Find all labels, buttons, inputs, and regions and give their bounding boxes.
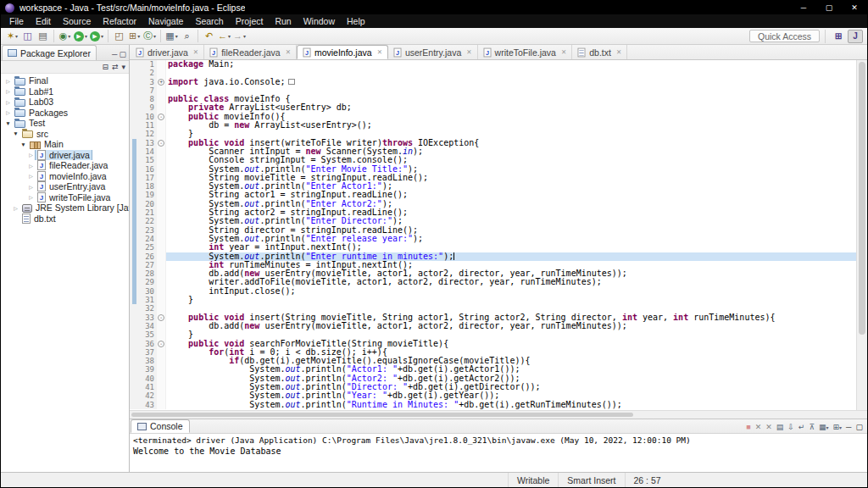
code-line-21[interactable]: 21 String actor2 = stringInput.readLine(… xyxy=(130,208,856,217)
new-wizard-button[interactable]: ✶▾ xyxy=(5,29,19,43)
code-line-text[interactable]: Scanner intInput = new Scanner(System.in… xyxy=(166,147,856,156)
search-button[interactable]: ⌕ xyxy=(180,29,194,43)
menu-search[interactable]: Search xyxy=(189,14,229,28)
editor-tab-movieinfo-java[interactable]: movieInfo.java✕ xyxy=(297,45,388,59)
code-line-1[interactable]: 1package Main; xyxy=(130,60,856,69)
tree-collapsed-arrow-icon[interactable]: ▷ xyxy=(27,184,35,190)
dropdown-arrow-icon[interactable]: ▾ xyxy=(137,33,140,39)
code-line-29[interactable]: 29 writer.addToFile(movieTitle, actor1, … xyxy=(130,278,856,286)
code-line-text[interactable]: System.out.println("Actor1: "+db.get(i).… xyxy=(166,365,856,374)
tree-expanded-arrow-icon[interactable]: ▼ xyxy=(4,120,12,126)
code-line-30[interactable]: 30 intInput.close(); xyxy=(130,287,856,296)
code-line-text[interactable]: System.out.println("Enter release year:"… xyxy=(166,235,856,243)
code-line-text[interactable]: System.out.println("Enter Actor2:"); xyxy=(166,200,856,208)
last-edit-location-button[interactable]: ↶ xyxy=(202,29,216,43)
code-line-40[interactable]: 40 System.out.println("Actor2: "+db.get(… xyxy=(130,374,856,383)
code-line-text[interactable]: public class movieInfo { xyxy=(166,95,856,103)
horizontal-scrollbar-thumb[interactable] xyxy=(131,413,633,417)
code-line-text[interactable]: System.out.println("Enter Director:"); xyxy=(166,217,856,225)
tree-item-jre-system-library-javase-1-8[interactable]: ▷JRE System Library [JavaSE-1.8] xyxy=(1,202,129,214)
code-line-text[interactable] xyxy=(166,69,856,77)
vertical-scrollbar-thumb[interactable] xyxy=(859,62,865,335)
tree-expanded-arrow-icon[interactable]: ▼ xyxy=(12,130,19,136)
code-line-text[interactable]: public void searchForMovieTitle(String m… xyxy=(166,340,856,348)
code-line-text[interactable]: int year = intInput.nextInt(); xyxy=(166,243,856,252)
view-menu-icon[interactable]: ▾ xyxy=(121,64,125,71)
editor-tab-userentry-java[interactable]: userEntry.java✕ xyxy=(388,45,478,59)
editor-vertical-scrollbar[interactable] xyxy=(856,60,867,410)
code-line-2[interactable]: 2 xyxy=(130,69,856,77)
code-line-text[interactable]: } xyxy=(166,130,856,138)
menu-navigate[interactable]: Navigate xyxy=(142,14,189,28)
code-line-text[interactable]: String movieTitle = stringInput.readLine… xyxy=(166,174,856,182)
titlebar[interactable]: workspace - Java - Test/src/Main/movieIn… xyxy=(1,1,867,14)
code-line-25[interactable]: 25 int year = intInput.nextInt(); xyxy=(130,243,856,252)
code-line-text[interactable]: System.out.println("Runtime in Minutes: … xyxy=(166,401,856,409)
code-line-text[interactable]: String actor2 = stringInput.readLine(); xyxy=(166,208,856,217)
code-line-text[interactable]: } xyxy=(166,330,856,339)
dropdown-arrow-icon[interactable]: ▾ xyxy=(243,33,246,39)
fold-collapse-icon[interactable]: - xyxy=(158,114,164,120)
tree-item-final[interactable]: ▷Final xyxy=(1,75,129,86)
dropdown-arrow-icon[interactable]: ▾ xyxy=(15,33,18,39)
display-selected-console-icon[interactable]: ▦▾ xyxy=(819,424,829,431)
quick-access-button[interactable]: Quick Access xyxy=(749,30,820,42)
code-line-31[interactable]: 31 } xyxy=(130,296,856,304)
tree-collapsed-arrow-icon[interactable]: ▷ xyxy=(27,163,35,169)
tree-item-writetofile-java[interactable]: ▷writeToFile.java xyxy=(1,192,129,203)
tree-collapsed-arrow-icon[interactable]: ▷ xyxy=(12,205,19,211)
scroll-lock-icon[interactable]: ⇩ xyxy=(787,424,794,431)
code-line-text[interactable]: if(db.get(i).getMovieTitle().equalsIgnor… xyxy=(166,357,856,365)
code-line-text[interactable]: System.out.println("Year: "+db.get(i).ge… xyxy=(166,391,856,400)
code-line-text[interactable]: writer.addToFile(movieTitle, actor1, act… xyxy=(166,278,856,286)
code-line-16[interactable]: 16 System.out.println("Enter Movie Title… xyxy=(130,165,856,174)
minimize-view-icon[interactable]: ─ xyxy=(846,424,851,431)
dropdown-arrow-icon[interactable]: ▾ xyxy=(228,33,231,39)
tree-item-lab03[interactable]: ▷Lab03 xyxy=(1,97,129,108)
code-line-23[interactable]: 23 String director = stringInput.readLin… xyxy=(130,226,856,235)
open-perspective-button[interactable]: ⊞ xyxy=(831,30,846,43)
tree-item-packages[interactable]: ▷Packages xyxy=(1,108,129,119)
close-tab-icon[interactable]: ✕ xyxy=(193,48,198,56)
print-button[interactable]: ▤ xyxy=(36,29,50,43)
dropdown-arrow-icon[interactable]: ▾ xyxy=(826,425,829,430)
tree-item-userentry-java[interactable]: ▷userEntry.java xyxy=(1,181,129,192)
new-java-package-button[interactable]: ⊞▾ xyxy=(127,29,142,43)
code-line-39[interactable]: 39 System.out.println("Actor1: "+db.get(… xyxy=(130,365,856,374)
code-line-text[interactable]: intInput.close(); xyxy=(166,287,856,296)
editor-tab-db-txt[interactable]: db.txt✕ xyxy=(572,45,627,59)
code-line-9[interactable]: 9 private ArrayList<userEntry> db; xyxy=(130,103,856,112)
code-line-text[interactable]: int runTimeMinutes = intInput.nextInt(); xyxy=(166,261,856,269)
dropdown-arrow-icon[interactable]: ▾ xyxy=(68,33,70,39)
code-line-20[interactable]: 20 System.out.println("Enter Actor2:"); xyxy=(130,200,856,208)
code-line-38[interactable]: 38 if(db.get(i).getMovieTitle().equalsIg… xyxy=(130,357,856,365)
code-line-17[interactable]: 17 String movieTitle = stringInput.readL… xyxy=(130,174,856,182)
close-tab-icon[interactable]: ✕ xyxy=(377,48,382,56)
code-line-text[interactable]: db.add(new userEntry(movieTitle, actor1,… xyxy=(166,322,856,330)
package-explorer-tab[interactable]: Package Explorer xyxy=(2,45,97,60)
tree-collapsed-arrow-icon[interactable]: ▷ xyxy=(27,194,35,200)
console-tab[interactable]: Console xyxy=(131,419,190,433)
fold-collapse-icon[interactable]: - xyxy=(158,314,164,321)
code-line-text[interactable]: package Main; xyxy=(166,60,856,69)
maximize-view-icon[interactable]: ▢ xyxy=(855,424,863,431)
code-line-19[interactable]: 19 String actor1 = stringInput.readLine(… xyxy=(130,191,856,199)
tree-collapsed-arrow-icon[interactable]: ▷ xyxy=(4,78,12,84)
tree-collapsed-arrow-icon[interactable]: ▷ xyxy=(4,109,12,115)
folded-region-icon[interactable] xyxy=(288,79,295,85)
menu-edit[interactable]: Edit xyxy=(30,14,57,28)
code-line-27[interactable]: 27 int runTimeMinutes = intInput.nextInt… xyxy=(130,261,856,269)
code-line-3[interactable]: 3+import java.io.Console; xyxy=(130,78,856,86)
code-line-text[interactable]: System.out.println("Enter runtime in min… xyxy=(166,252,856,261)
dropdown-arrow-icon[interactable]: ▾ xyxy=(153,33,156,39)
remove-launch-icon[interactable]: ✕ xyxy=(755,424,762,431)
minimize-view-icon[interactable]: ─ xyxy=(112,51,117,58)
menu-run[interactable]: Run xyxy=(269,14,297,28)
code-line-text[interactable] xyxy=(166,86,856,95)
tree-collapsed-arrow-icon[interactable]: ▷ xyxy=(4,88,12,94)
fold-expand-icon[interactable]: + xyxy=(158,79,164,86)
run-button[interactable]: ▶▾ xyxy=(73,29,88,43)
editor-tab-filereader-java[interactable]: fileReader.java✕ xyxy=(204,45,297,59)
tree-collapsed-arrow-icon[interactable]: ▷ xyxy=(27,152,35,158)
debug-button[interactable]: ◉▾ xyxy=(58,29,72,43)
